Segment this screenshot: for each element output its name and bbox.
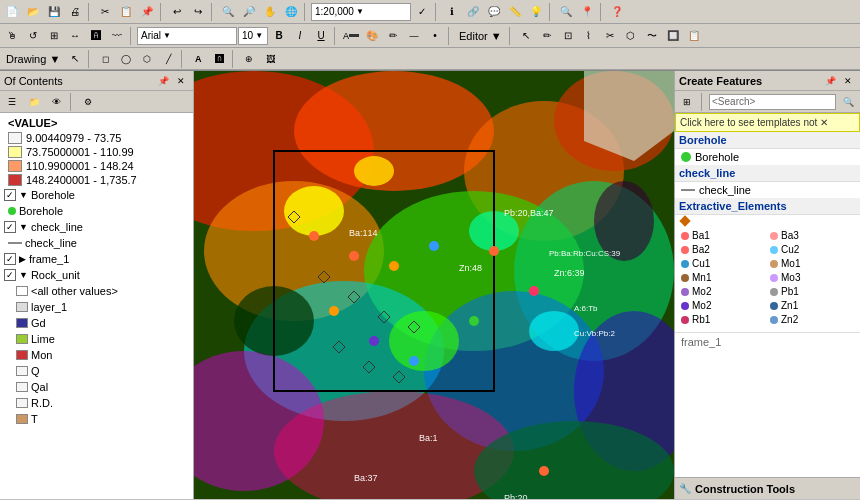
rock-unit-layer[interactable]: ▼ Rock_unit <box>0 267 193 283</box>
redo-button[interactable]: ↪ <box>188 2 208 22</box>
borehole-checkbox[interactable] <box>4 189 16 201</box>
ba1-item[interactable]: Ba1 <box>679 229 767 242</box>
pan-button[interactable]: ✋ <box>260 2 280 22</box>
rock-unit-checkbox[interactable] <box>4 269 16 281</box>
save-button[interactable]: 💾 <box>44 2 64 22</box>
pb1-item[interactable]: Pb1 <box>768 285 856 298</box>
construction-tools-bar[interactable]: 🔧 Construction Tools <box>675 477 860 499</box>
toc-source-view[interactable]: 📁 <box>24 92 44 112</box>
cf-close-button[interactable]: ✕ <box>840 73 856 89</box>
undo-button[interactable]: ↩ <box>167 2 187 22</box>
select-elements-button[interactable]: 🖱 <box>2 26 22 46</box>
arcmap-help-button[interactable]: ❓ <box>607 2 627 22</box>
modify-edge-button[interactable]: ⊡ <box>558 26 578 46</box>
font-selector[interactable]: Arial ▼ <box>137 27 237 45</box>
rock-unit-expand[interactable]: ▼ <box>19 270 28 280</box>
mn2-item[interactable]: Mo1 <box>768 257 856 270</box>
line-width-button[interactable]: — <box>404 26 424 46</box>
scale-input[interactable]: 1:20,000 ▼ <box>311 3 411 21</box>
mo3-item[interactable]: Mo2 <box>679 299 767 312</box>
edit-annotation-button[interactable]: ✏ <box>537 26 557 46</box>
full-extent-button[interactable]: 🌐 <box>281 2 301 22</box>
frame1-layer[interactable]: ▶ frame_1 <box>0 251 193 267</box>
scale-objects-button[interactable]: ⊞ <box>44 26 64 46</box>
cf-search-box[interactable]: <Search> <box>709 94 836 110</box>
cu1-item[interactable]: Cu1 <box>679 257 767 270</box>
ba2-item[interactable]: Ba2 <box>679 243 767 256</box>
spline-text-button[interactable]: 〰 <box>107 26 127 46</box>
text-color-button[interactable]: A <box>341 26 361 46</box>
cf-search-button[interactable]: 🔍 <box>838 92 858 112</box>
copy-button[interactable]: 📋 <box>116 2 136 22</box>
scale-confirm-button[interactable]: ✓ <box>412 2 432 22</box>
check-line-expand[interactable]: ▼ <box>19 222 28 232</box>
cf-borehole-item[interactable]: Borehole <box>675 149 860 165</box>
cf-pin-button[interactable]: 📌 <box>822 73 838 89</box>
rectangle-tool[interactable]: ◻ <box>95 49 115 69</box>
hyperlink-button[interactable]: 🔗 <box>463 2 483 22</box>
topology-button[interactable]: ⬡ <box>621 26 641 46</box>
fill-color-button[interactable]: 🎨 <box>362 26 382 46</box>
trace-button[interactable]: 〜 <box>642 26 662 46</box>
underline-button[interactable]: U <box>311 26 331 46</box>
polygon-tool[interactable]: ⬡ <box>137 49 157 69</box>
open-button[interactable]: 📂 <box>23 2 43 22</box>
toc-list-view[interactable]: ☰ <box>2 92 22 112</box>
check-line-layer[interactable]: ▼ check_line <box>0 219 193 235</box>
frame1-checkbox[interactable] <box>4 253 16 265</box>
cf-content[interactable]: Borehole Borehole check_line check_line … <box>675 132 860 477</box>
cu2-item[interactable]: Cu2 <box>768 243 856 256</box>
marker-color-button[interactable]: • <box>425 26 445 46</box>
rotate-button[interactable]: ↺ <box>23 26 43 46</box>
check-line-checkbox[interactable] <box>4 221 16 233</box>
find-button[interactable]: 🔍 <box>556 2 576 22</box>
attributes-button[interactable]: 📋 <box>684 26 704 46</box>
drawing-dropdown[interactable]: Drawing ▼ <box>2 53 64 65</box>
cut-button[interactable]: ✂ <box>95 2 115 22</box>
print-button[interactable]: 🖨 <box>65 2 85 22</box>
new-button[interactable]: 📄 <box>2 2 22 22</box>
select-tool-button[interactable]: ↖ <box>65 49 85 69</box>
ellipse-tool[interactable]: ◯ <box>116 49 136 69</box>
mn1-item[interactable]: Mn1 <box>679 271 767 284</box>
goto-xy-button[interactable]: 📍 <box>577 2 597 22</box>
rb1-item[interactable]: Rb1 <box>679 313 767 326</box>
borehole-layer[interactable]: ▼ Borehole <box>0 187 193 203</box>
line-color-button[interactable]: ✏ <box>383 26 403 46</box>
frame1-expand[interactable]: ▶ <box>19 254 26 264</box>
paste-button[interactable]: 📌 <box>137 2 157 22</box>
measure-button[interactable]: 📏 <box>505 2 525 22</box>
mo1-item[interactable]: Mo2 <box>679 285 767 298</box>
italic-button[interactable]: I <box>290 26 310 46</box>
editor-dropdown[interactable]: Editor ▼ <box>455 30 506 42</box>
toc-close-button[interactable]: ✕ <box>173 73 189 89</box>
new-text-button[interactable]: 🅰 <box>86 26 106 46</box>
identify-button[interactable]: ℹ <box>442 2 462 22</box>
map-area[interactable]: Pb:20,Ba:47 Ba:114 Pb:Ba:Rb:Cu:CS:39 Zn:… <box>194 71 674 499</box>
line-tool[interactable]: ╱ <box>158 49 178 69</box>
bold-button[interactable]: B <box>269 26 289 46</box>
snapping-button[interactable]: 🔲 <box>663 26 683 46</box>
zn1-item[interactable]: Zn1 <box>768 299 856 312</box>
toc-options-button[interactable]: ⚙ <box>78 92 98 112</box>
callout-tool[interactable]: 🅰 <box>209 49 229 69</box>
zn2-item[interactable]: Zn2 <box>768 313 856 326</box>
cf-checkline-item[interactable]: check_line <box>675 182 860 198</box>
reshape-button[interactable]: ⌇ <box>579 26 599 46</box>
zoom-out-button[interactable]: 🔎 <box>239 2 259 22</box>
font-size-selector[interactable]: 10 ▼ <box>238 27 268 45</box>
split-button[interactable]: ✂ <box>600 26 620 46</box>
borehole-expand[interactable]: ▼ <box>19 190 28 200</box>
zoom-in-button[interactable]: 🔍 <box>218 2 238 22</box>
html-popup-button[interactable]: 💬 <box>484 2 504 22</box>
marker-tool[interactable]: ⊕ <box>239 49 259 69</box>
toc-pin-button[interactable]: 📌 <box>155 73 171 89</box>
picture-tool[interactable]: 🖼 <box>260 49 280 69</box>
cf-organize-button[interactable]: ⊞ <box>677 92 697 112</box>
toc-content[interactable]: <VALUE> 9.00440979 - 73.75 73.75000001 -… <box>0 113 193 499</box>
mo2-item[interactable]: Mo3 <box>768 271 856 284</box>
nudge-button[interactable]: ↔ <box>65 26 85 46</box>
text-tool[interactable]: A <box>188 49 208 69</box>
edit-tool-button[interactable]: ↖ <box>516 26 536 46</box>
ba3-item[interactable]: Ba3 <box>768 229 856 242</box>
